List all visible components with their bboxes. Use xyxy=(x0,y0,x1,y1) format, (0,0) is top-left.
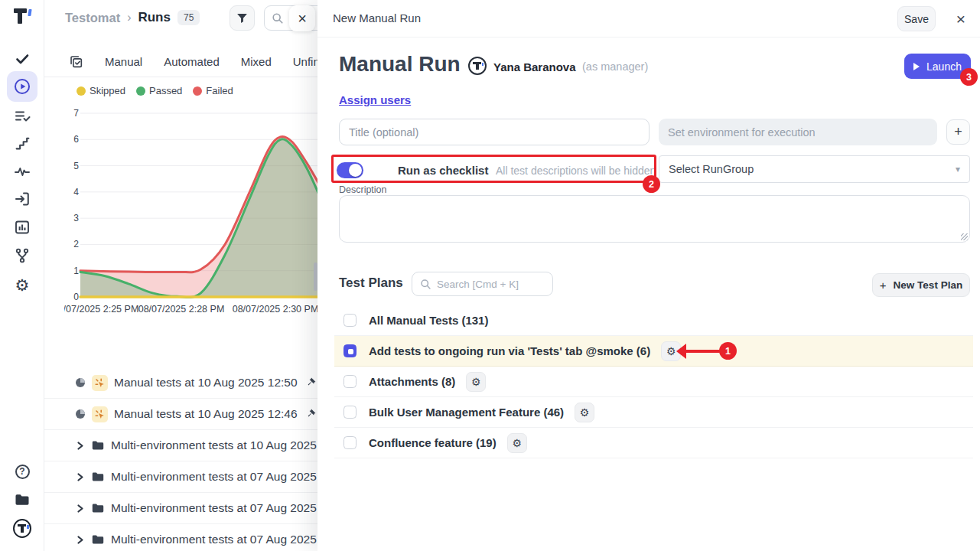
projects-folder-icon[interactable] xyxy=(13,491,31,509)
owner-name: Yana Baranova xyxy=(493,60,576,73)
plan-settings-gear-button[interactable]: ⚙ xyxy=(466,372,486,392)
chevron-right-icon[interactable] xyxy=(75,535,85,545)
environment-input[interactable] xyxy=(659,119,937,145)
plan-checkbox[interactable] xyxy=(343,314,357,327)
test-plan-row[interactable]: Confluence feature (19)⚙ xyxy=(334,428,973,458)
y-axis-tick: 7 xyxy=(64,108,79,119)
save-button[interactable]: Save xyxy=(897,6,936,31)
legend-dot xyxy=(136,86,145,96)
tab-unfinished[interactable]: Unfinished xyxy=(293,55,317,68)
legend-item-failed[interactable]: Failed xyxy=(193,85,233,96)
legend-dot xyxy=(77,86,86,96)
folder-icon xyxy=(91,501,105,515)
run-folder-item[interactable]: Multi-environment tests at 07 Aug 2025 xyxy=(44,493,317,524)
app-root: ⚙ ? Testomat › Runs 75 × ManualAutomated… xyxy=(0,0,980,551)
plus-icon: + xyxy=(954,124,962,140)
help-icon[interactable]: ? xyxy=(13,462,31,481)
folder-icon xyxy=(91,439,105,452)
gear-icon: ⚙ xyxy=(580,407,590,418)
y-axis-tick: 2 xyxy=(64,239,79,249)
test-plan-row[interactable]: Bulk User Management Feature (46)⚙ xyxy=(334,397,973,428)
reports-bar-chart-icon[interactable] xyxy=(13,218,31,236)
breadcrumb-project-link[interactable]: Testomat xyxy=(65,11,120,25)
pin-icon[interactable] xyxy=(304,408,317,420)
close-icon: × xyxy=(298,10,307,28)
runs-play-icon[interactable] xyxy=(7,71,37,102)
tab-mixed[interactable]: Mixed xyxy=(241,55,272,68)
search-icon xyxy=(272,12,284,24)
milestones-steps-icon[interactable] xyxy=(13,134,31,152)
breadcrumb-chevron: › xyxy=(127,11,131,24)
run-label: Manual tests at 10 Aug 2025 12:46 xyxy=(114,407,298,421)
rungroup-select[interactable]: Select RunGroup ▾ xyxy=(659,155,970,183)
plan-checkbox-checked[interactable] xyxy=(343,344,357,357)
add-environment-button[interactable]: + xyxy=(946,119,970,145)
chevron-down-icon: ▾ xyxy=(956,164,960,174)
manual-click-icon xyxy=(92,375,108,391)
modal-title: New Manual Run xyxy=(333,11,421,24)
pin-icon[interactable] xyxy=(304,377,317,389)
description-label: Description xyxy=(339,184,387,195)
branches-git-icon[interactable] xyxy=(13,246,31,265)
folder-icon xyxy=(91,470,105,484)
gear-icon: ⚙ xyxy=(471,377,481,387)
search-clear-button[interactable]: × xyxy=(289,5,315,31)
test-plans-search-input[interactable] xyxy=(437,279,540,290)
owner-role: (as manager) xyxy=(582,60,648,73)
tab-manual[interactable]: Manual xyxy=(105,55,142,68)
chevron-right-icon[interactable] xyxy=(75,441,85,451)
y-axis-tick: 5 xyxy=(64,161,79,171)
test-plans-search[interactable] xyxy=(412,272,553,296)
plan-checkbox[interactable] xyxy=(343,436,357,449)
legend-item-passed[interactable]: Passed xyxy=(136,85,182,96)
run-as-checklist-toggle[interactable] xyxy=(337,162,363,178)
test-plan-row[interactable]: Attachments (8)⚙ xyxy=(334,367,973,397)
modal-close-button[interactable]: × xyxy=(949,8,972,31)
run-folder-item[interactable]: Multi-environment tests at 07 Aug 2025 xyxy=(44,461,317,493)
plan-settings-gear-button[interactable]: ⚙ xyxy=(507,433,527,453)
runs-trend-chart: 0123456708/07/2025 2:25 PM08/07/2025 2:2… xyxy=(64,106,317,324)
breadcrumb-page[interactable]: Runs xyxy=(138,10,171,25)
run-title-input[interactable] xyxy=(339,119,650,145)
y-axis-tick: 3 xyxy=(64,213,79,223)
run-list-item[interactable]: Manual tests at 10 Aug 2025 12:50 xyxy=(44,367,317,399)
chevron-right-icon[interactable] xyxy=(75,472,85,482)
filter-button[interactable] xyxy=(230,5,255,31)
plan-checkbox[interactable] xyxy=(343,375,357,388)
play-icon xyxy=(913,63,920,70)
chevron-right-icon[interactable] xyxy=(75,504,85,514)
test-plan-row[interactable]: Add tests to ongoing run via 'Tests' tab… xyxy=(334,336,973,367)
run-folder-item[interactable]: Multi-environment tests at 10 Aug 2025 xyxy=(44,430,317,461)
account-logo-icon[interactable] xyxy=(13,519,31,537)
run-folder-item[interactable]: Multi-environment tests at 07 Aug 2025 xyxy=(44,524,317,551)
run-label: Multi-environment tests at 07 Aug 2025 xyxy=(111,533,317,546)
tab-automated[interactable]: Automated xyxy=(164,55,220,68)
run-title: Manual Run xyxy=(339,52,461,77)
plan-label: All Manual Tests (131) xyxy=(369,314,488,327)
test-plan-row[interactable]: All Manual Tests (131) xyxy=(334,305,973,336)
tests-check-icon[interactable] xyxy=(13,50,31,68)
testomat-logo-icon xyxy=(12,6,34,29)
settings-gear-icon[interactable]: ⚙ xyxy=(13,276,31,294)
checklist-hint: All test descriptions will be hidden xyxy=(496,165,656,177)
runs-board-icon[interactable] xyxy=(69,54,83,69)
tabs-list: ManualAutomatedMixedUnfinished xyxy=(105,55,317,68)
legend-dot xyxy=(193,86,202,96)
pulse-activity-icon[interactable] xyxy=(13,162,31,181)
legend-item-skipped[interactable]: Skipped xyxy=(77,85,125,96)
new-test-plan-button[interactable]: + New Test Plan xyxy=(872,273,970,297)
manual-click-icon xyxy=(92,406,108,422)
assign-users-link[interactable]: Assign users xyxy=(339,93,411,106)
description-textarea[interactable] xyxy=(339,195,970,243)
y-axis-tick: 1 xyxy=(64,266,79,276)
run-list-item[interactable]: Manual tests at 10 Aug 2025 12:46 xyxy=(44,399,317,430)
chart-canvas xyxy=(64,106,317,300)
plan-checkbox[interactable] xyxy=(343,406,357,419)
y-axis-tick: 0 xyxy=(64,292,79,302)
run-label: Multi-environment tests at 07 Aug 2025 xyxy=(111,501,317,515)
funnel-icon xyxy=(236,11,249,24)
pull-requests-sign-in-icon[interactable] xyxy=(13,190,31,208)
test-plans-list-check-icon[interactable] xyxy=(13,107,31,126)
plan-settings-gear-button[interactable]: ⚙ xyxy=(575,403,594,422)
x-axis-label: 08/07/2025 2:28 PM xyxy=(138,304,225,315)
